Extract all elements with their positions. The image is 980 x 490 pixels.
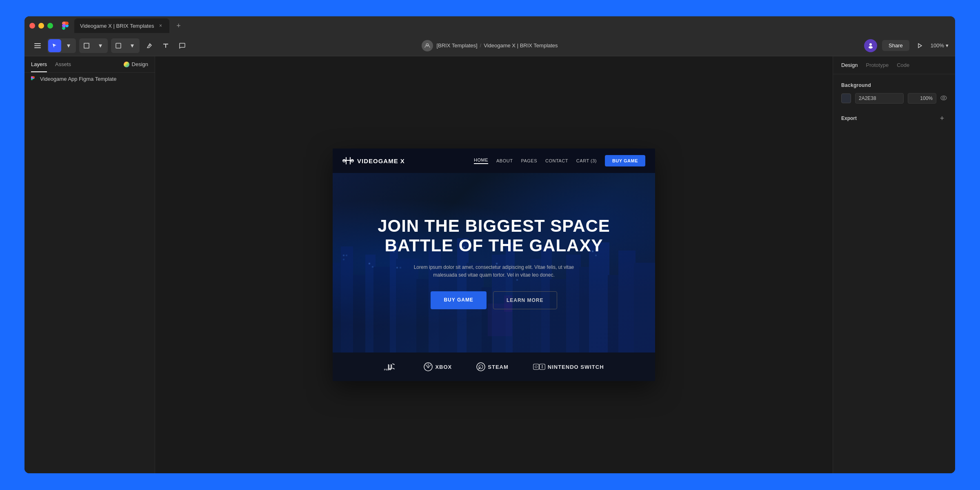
- org-avatar: [422, 40, 433, 51]
- svg-text:PS5: PS5: [384, 368, 390, 371]
- background-color-swatch[interactable]: [841, 93, 851, 103]
- prototype-tab[interactable]: Prototype: [866, 62, 889, 68]
- play-button[interactable]: [914, 40, 926, 51]
- svg-rect-0: [34, 43, 41, 44]
- site-buy-button[interactable]: BUY GAME: [605, 155, 645, 166]
- svg-rect-1: [34, 45, 41, 46]
- steam-icon: [476, 362, 485, 371]
- panel-tabs: Layers Assets Design: [24, 56, 155, 73]
- active-tab[interactable]: Videogame X | BRIX Templates ×: [74, 18, 169, 33]
- user-avatar[interactable]: [864, 39, 877, 52]
- svg-rect-20: [350, 157, 351, 164]
- site-logo-icon: [342, 157, 354, 165]
- toolbar-left: ▾ ▾: [31, 38, 335, 53]
- close-button[interactable]: [29, 23, 35, 29]
- design-dot-icon: [124, 62, 129, 67]
- text-tool[interactable]: [159, 39, 172, 52]
- svg-rect-24: [341, 246, 353, 353]
- hero-title-line1: JOIN THE BIGGEST SPACE: [378, 216, 610, 236]
- design-tab[interactable]: Design: [841, 62, 858, 68]
- svg-rect-50: [343, 259, 344, 260]
- background-section: Background 2A2E38 100%: [841, 82, 947, 104]
- visibility-icon[interactable]: [940, 95, 947, 102]
- svg-rect-68: [539, 364, 545, 370]
- design-tab-label: Design: [132, 61, 148, 67]
- move-tool-group[interactable]: ▾: [47, 38, 76, 53]
- tab-layers[interactable]: Layers: [31, 61, 47, 72]
- comment-tool[interactable]: [176, 39, 189, 52]
- hero-title-line2: BATTLE OF THE GALAXY: [378, 236, 610, 255]
- hero-title: JOIN THE BIGGEST SPACE BATTLE OF THE GAL…: [378, 216, 610, 256]
- hero-learn-button[interactable]: LEARN MORE: [493, 291, 557, 309]
- nav-home[interactable]: HOME: [474, 157, 488, 164]
- tab-close-icon[interactable]: ×: [157, 22, 164, 29]
- shape-tool-arrow[interactable]: ▾: [126, 39, 139, 52]
- tab-design[interactable]: Design: [124, 61, 148, 71]
- nav-about[interactable]: ABOUT: [496, 158, 513, 163]
- svg-rect-49: [346, 255, 347, 256]
- shape-tool-group[interactable]: ▾: [111, 38, 140, 53]
- left-panel: Layers Assets Design Videogame: [24, 56, 155, 473]
- new-tab-button[interactable]: +: [173, 20, 184, 31]
- xbox-label: XBOX: [435, 364, 452, 370]
- right-panel: Design Prototype Code Background 2A2E38 …: [833, 56, 955, 473]
- browser-window: Videogame X | BRIX Templates × + ▾: [24, 16, 955, 473]
- svg-point-71: [542, 367, 543, 368]
- layer-name: Videogame App Figma Template: [40, 76, 116, 82]
- nav-contact[interactable]: CONTACT: [545, 158, 568, 163]
- right-panel-tabs: Design Prototype Code: [833, 56, 955, 74]
- nav-cart[interactable]: CART (3): [576, 158, 597, 163]
- zoom-arrow-icon: ▾: [946, 42, 949, 49]
- nav-pages[interactable]: PAGES: [521, 158, 537, 163]
- maximize-button[interactable]: [47, 23, 53, 29]
- opacity-value[interactable]: 100%: [908, 93, 936, 104]
- svg-point-16: [869, 46, 873, 49]
- minimize-button[interactable]: [38, 23, 44, 29]
- zoom-level: 100%: [931, 42, 944, 49]
- svg-rect-12: [116, 43, 121, 48]
- svg-rect-48: [343, 255, 344, 256]
- main-layout: Layers Assets Design Videogame: [24, 56, 955, 473]
- platform-switch: NINTENDO SWITCH: [533, 362, 604, 371]
- site-logo-text: VIDEOGAME X: [357, 157, 405, 164]
- site-nav: VIDEOGAME X HOME ABOUT PAGES CONTACT CAR…: [333, 149, 655, 173]
- pen-tool[interactable]: [143, 39, 156, 52]
- frame-tool-arrow[interactable]: ▾: [94, 39, 107, 52]
- layer-item[interactable]: Videogame App Figma Template: [24, 73, 155, 85]
- color-hex-input[interactable]: 2A2E38: [855, 93, 904, 104]
- ps5-icon: PS5: [384, 362, 397, 371]
- svg-rect-67: [533, 364, 539, 370]
- menu-icon[interactable]: [31, 39, 44, 52]
- export-add-button[interactable]: +: [937, 113, 947, 123]
- export-section: Export +: [841, 113, 947, 123]
- background-property-row: 2A2E38 100%: [841, 93, 947, 104]
- breadcrumb-separator: /: [480, 42, 482, 49]
- svg-point-72: [941, 96, 947, 100]
- right-panel-content: Background 2A2E38 100%: [833, 74, 955, 473]
- zoom-control[interactable]: 100% ▾: [931, 42, 949, 49]
- share-button[interactable]: Share: [882, 40, 909, 51]
- hero-buy-button[interactable]: BUY GAME: [431, 291, 486, 309]
- site-logo: VIDEOGAME X: [342, 157, 405, 165]
- breadcrumb-project: Videogame X | BRIX Templates: [484, 42, 558, 49]
- frame-tool-group[interactable]: ▾: [79, 38, 108, 53]
- tab-title: Videogame X | BRIX Templates: [80, 23, 154, 29]
- move-tool[interactable]: [48, 39, 61, 52]
- svg-rect-19: [346, 157, 347, 164]
- move-tool-arrow[interactable]: ▾: [62, 39, 75, 52]
- tab-bar: Videogame X | BRIX Templates × +: [24, 16, 955, 35]
- platform-steam: STEAM: [476, 362, 509, 371]
- svg-marker-17: [918, 44, 922, 48]
- tab-assets[interactable]: Assets: [55, 61, 71, 72]
- figma-layer-icon: [31, 76, 37, 82]
- frame-tool[interactable]: [80, 39, 93, 52]
- svg-rect-3: [84, 43, 89, 48]
- breadcrumb-org: [BRIX Templates]: [436, 42, 477, 49]
- svg-point-70: [542, 366, 543, 367]
- shape-tool[interactable]: [112, 39, 125, 52]
- canvas-area[interactable]: VIDEOGAME X HOME ABOUT PAGES CONTACT CAR…: [155, 56, 833, 473]
- xbox-icon: [424, 362, 433, 371]
- traffic-lights: [29, 23, 53, 29]
- platform-ps5: PS5: [384, 362, 399, 371]
- code-tab[interactable]: Code: [897, 62, 909, 68]
